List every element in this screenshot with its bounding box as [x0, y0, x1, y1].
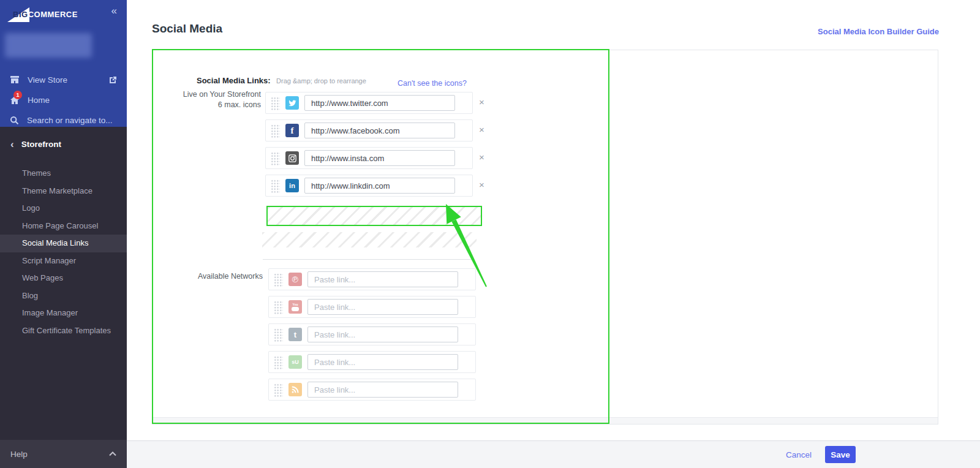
drag-handle-icon[interactable]: [273, 273, 283, 287]
instagram-url-input[interactable]: [304, 150, 455, 166]
section-title: Storefront: [21, 140, 61, 149]
facebook-icon: f: [285, 124, 299, 137]
panel-footer-strip: [153, 417, 938, 424]
sidebar-item-web-pages[interactable]: Web Pages: [0, 270, 127, 287]
sidebar-collapse-icon[interactable]: «: [111, 5, 117, 17]
social-link-row-twitter: ×: [265, 92, 498, 114]
available-row-rss: [268, 379, 501, 401]
store-name-blurred: [5, 33, 92, 58]
pinterest-url-input[interactable]: [307, 271, 458, 287]
sidebar-item-view-store[interactable]: View Store: [0, 70, 127, 90]
pinterest-icon: ℗: [288, 273, 302, 286]
instagram-icon: [285, 151, 299, 165]
drag-handle-icon[interactable]: [270, 124, 280, 138]
section-divider: [263, 259, 474, 260]
live-social-links-list: × f × ×: [265, 92, 498, 202]
youtube-icon: You: [288, 300, 302, 314]
remove-link-icon[interactable]: ×: [479, 180, 484, 189]
empty-slot-placeholder: [262, 232, 477, 247]
help-toggle[interactable]: Help: [0, 440, 127, 468]
sidebar: BIG COMMERCE « View Store 1 Home Search …: [0, 0, 127, 468]
view-store-label: View Store: [28, 75, 67, 85]
main-content: Social Media Social Media Icon Builder G…: [127, 0, 980, 468]
help-label: Help: [10, 450, 28, 459]
sidebar-item-gift-certificate-templates[interactable]: Gift Certificate Templates: [0, 322, 127, 340]
social-link-row-instagram: ×: [265, 147, 498, 169]
twitter-icon: [285, 96, 299, 110]
sidebar-item-home[interactable]: 1 Home: [0, 90, 127, 110]
save-button[interactable]: Save: [825, 446, 856, 463]
twitter-url-input[interactable]: [304, 95, 455, 111]
drag-drop-target-zone[interactable]: [266, 206, 482, 226]
page-title: Social Media: [152, 22, 222, 36]
cant-see-icons-link[interactable]: Can't see the icons?: [398, 79, 467, 88]
facebook-url-input[interactable]: [304, 123, 455, 138]
storefront-icon: [10, 75, 20, 85]
bigcommerce-logo: BIG COMMERCE: [7, 6, 78, 22]
youtube-url-input[interactable]: [307, 299, 458, 315]
linkedin-url-input[interactable]: [304, 178, 455, 194]
rss-url-input[interactable]: [307, 382, 458, 398]
sidebar-top: BIG COMMERCE « View Store 1 Home Search …: [0, 0, 127, 127]
stumbleupon-url-input[interactable]: [307, 354, 458, 370]
sidebar-search[interactable]: Search or navigate to...: [0, 110, 127, 130]
storefront-menu: Themes Theme Marketplace Logo Home Page …: [0, 165, 127, 339]
sidebar-item-social-media-links[interactable]: Social Media Links: [0, 235, 127, 252]
remove-link-icon[interactable]: ×: [479, 153, 484, 162]
stumbleupon-icon: sU: [288, 355, 302, 369]
external-link-icon[interactable]: [108, 76, 117, 85]
available-row-tumblr: t: [268, 323, 501, 345]
drag-handle-icon[interactable]: [273, 328, 283, 342]
available-networks-caption: Available Networks: [153, 272, 263, 281]
drag-drop-hint: Drag &amp; drop to rearrange: [276, 77, 366, 85]
remove-link-icon[interactable]: ×: [479, 125, 484, 134]
sidebar-item-theme-marketplace[interactable]: Theme Marketplace: [0, 183, 127, 200]
social-link-row-linkedin: in ×: [265, 175, 498, 197]
chevron-up-icon: [109, 451, 116, 456]
live-on-storefront-caption: Live on Your Storefront 6 max. icons: [153, 89, 261, 110]
icon-builder-guide-link[interactable]: Social Media Icon Builder Guide: [818, 27, 939, 36]
tumblr-url-input[interactable]: [307, 326, 458, 342]
sidebar-item-script-manager[interactable]: Script Manager: [0, 252, 127, 270]
sidebar-item-blog[interactable]: Blog: [0, 287, 127, 305]
chevron-left-icon: ‹: [10, 139, 14, 149]
search-placeholder-label: Search or navigate to...: [27, 116, 113, 125]
search-icon: [10, 116, 19, 125]
sidebar-item-logo[interactable]: Logo: [0, 200, 127, 217]
drag-handle-icon[interactable]: [273, 300, 283, 314]
available-row-youtube: You: [268, 296, 501, 318]
drag-handle-icon[interactable]: [273, 383, 283, 397]
drag-handle-icon[interactable]: [270, 96, 280, 110]
drag-handle-icon[interactable]: [270, 151, 280, 165]
drag-handle-icon[interactable]: [270, 179, 280, 193]
available-row-pinterest: ℗: [268, 268, 501, 290]
sidebar-item-home-page-carousel[interactable]: Home Page Carousel: [0, 217, 127, 235]
home-notification-badge: 1: [13, 91, 22, 99]
social-link-row-facebook: f ×: [265, 119, 498, 142]
cancel-button[interactable]: Cancel: [786, 450, 812, 459]
tumblr-icon: t: [288, 328, 302, 341]
sidebar-section-storefront: ‹ Storefront Themes Theme Marketplace Lo…: [0, 127, 127, 339]
logo-text-commerce: COMMERCE: [28, 10, 78, 19]
social-media-panel: Social Media Links: Drag &amp; drop to r…: [152, 50, 938, 425]
rss-icon: [288, 383, 302, 396]
drag-handle-icon[interactable]: [273, 355, 283, 369]
logo-text-big: BIG: [13, 10, 28, 19]
linkedin-icon: in: [285, 179, 299, 192]
home-label: Home: [28, 96, 50, 105]
available-networks-list: ℗ You t: [268, 268, 501, 406]
remove-link-icon[interactable]: ×: [479, 97, 484, 107]
sidebar-item-themes[interactable]: Themes: [0, 165, 127, 183]
available-row-stumbleupon: sU: [268, 351, 501, 373]
action-bar: Cancel Save: [127, 440, 980, 468]
storefront-section-header[interactable]: ‹ Storefront: [0, 139, 127, 149]
social-media-links-label: Social Media Links:: [197, 76, 271, 85]
sidebar-item-image-manager[interactable]: Image Manager: [0, 304, 127, 322]
